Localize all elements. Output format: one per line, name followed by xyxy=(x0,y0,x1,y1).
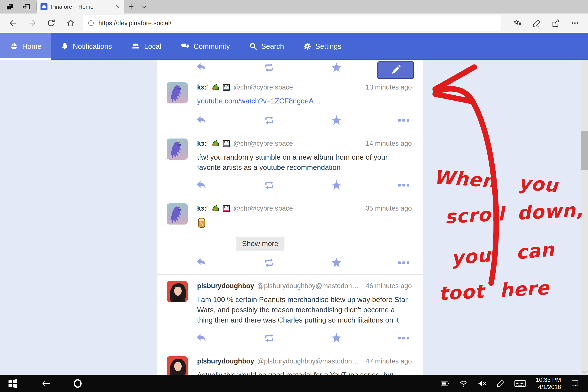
toot-more-button[interactable] xyxy=(398,180,410,190)
share-icon xyxy=(552,19,560,28)
dragon-avatar-art xyxy=(166,138,188,160)
avatar[interactable] xyxy=(166,138,188,160)
windows-logo-icon xyxy=(8,379,17,388)
action-center-button[interactable] xyxy=(571,380,579,388)
star-icon xyxy=(331,333,342,343)
boost-button[interactable] xyxy=(263,258,276,268)
toot-username[interactable]: plsburydoughboy xyxy=(197,357,254,366)
cortana-button[interactable] xyxy=(68,375,88,392)
avatar[interactable] xyxy=(166,204,188,224)
favorite-button[interactable] xyxy=(330,62,343,73)
toot-timestamp: 47 minutes ago xyxy=(362,357,412,366)
avatar[interactable] xyxy=(166,82,188,104)
set-tabs-aside-button[interactable] xyxy=(6,2,14,11)
boost-icon xyxy=(264,180,275,190)
toot-username[interactable]: kз:ʳ xyxy=(197,204,208,212)
volume-muted-button[interactable] xyxy=(478,380,486,387)
toot-timestamp: 14 minutes ago xyxy=(362,140,412,148)
tab-preview-button[interactable] xyxy=(22,2,30,11)
web-notes-button[interactable] xyxy=(527,15,546,31)
nav-item-settings[interactable]: Settings xyxy=(294,33,351,60)
dragon-avatar-art xyxy=(166,204,188,224)
pencil-icon xyxy=(391,65,401,75)
toot-username[interactable]: plsburydoughboy xyxy=(197,282,254,290)
floppy-disk-emoji xyxy=(222,84,230,92)
tab-close-button[interactable] xyxy=(114,4,121,10)
favorite-button[interactable] xyxy=(330,180,343,190)
toot-more-button[interactable] xyxy=(398,115,410,126)
reply-button[interactable] xyxy=(196,258,208,268)
share-button[interactable] xyxy=(546,15,565,31)
bell-icon xyxy=(60,42,69,50)
reply-button[interactable] xyxy=(196,115,208,126)
boost-button[interactable] xyxy=(263,62,276,73)
reply-button[interactable] xyxy=(196,333,208,343)
boost-icon xyxy=(264,333,275,343)
nav-item-community[interactable]: Community xyxy=(171,33,240,60)
nav-item-notifications[interactable]: Notifications xyxy=(51,33,122,60)
start-button[interactable] xyxy=(4,375,21,392)
reply-button[interactable] xyxy=(196,180,208,190)
toot-more-button[interactable] xyxy=(398,258,410,268)
show-more-button[interactable]: Show more xyxy=(236,237,284,250)
screen: Pinafore – Home + xyxy=(0,0,588,392)
touch-keyboard-button[interactable] xyxy=(514,380,526,387)
new-tab-button[interactable]: + xyxy=(124,0,138,14)
taskbar-back-button[interactable] xyxy=(36,375,56,392)
toot-actions xyxy=(196,333,410,343)
reply-button[interactable] xyxy=(196,62,208,73)
toot-link[interactable]: youtube.com/watch?v=1ZCF8ngqeA… xyxy=(197,97,321,105)
favorite-button[interactable] xyxy=(330,333,343,343)
search-icon xyxy=(249,42,258,50)
browser-tab-pinafore[interactable]: Pinafore – Home xyxy=(37,0,124,14)
scrollbar-thumb[interactable] xyxy=(581,131,588,170)
address-bar[interactable]: https://dev.pinafore.social/ xyxy=(83,16,501,31)
boost-button[interactable] xyxy=(263,180,276,190)
avatar[interactable] xyxy=(166,281,188,302)
scroll-down-arrow-icon[interactable] xyxy=(582,371,587,374)
wifi-icon xyxy=(460,380,468,387)
taskbar-date: 4/1/2018 xyxy=(536,384,561,391)
forward-button[interactable] xyxy=(23,15,42,31)
browser-tab-strip: Pinafore – Home + xyxy=(0,0,588,14)
gear-icon xyxy=(303,42,312,50)
toot: plsburydoughboy @plsburydoughboy@mastodo… xyxy=(158,350,423,375)
toot-timestamp: 35 minutes ago xyxy=(362,204,412,212)
wifi-status-button[interactable] xyxy=(460,380,468,387)
nav-label-local: Local xyxy=(144,42,161,50)
url-text: https://dev.pinafore.social/ xyxy=(98,20,172,27)
refresh-button[interactable] xyxy=(42,15,61,31)
nav-item-home[interactable]: Home xyxy=(0,33,51,60)
toot-username[interactable]: kз:ʳ xyxy=(197,140,208,148)
home-timeline: kз:ʳ @chr@cybre.space 13 minutes ago you… xyxy=(158,60,423,375)
favorites-star-icon xyxy=(513,19,522,28)
browser-scrollbar[interactable] xyxy=(581,60,588,375)
toot-handle: @plsburydoughboy@mastodon.s… xyxy=(257,282,360,290)
reply-icon xyxy=(196,258,207,268)
back-button[interactable] xyxy=(4,15,23,31)
pen-settings-button[interactable] xyxy=(496,380,504,388)
people-icon xyxy=(131,42,140,50)
boost-button[interactable] xyxy=(263,333,276,343)
nav-label-home: Home xyxy=(22,42,42,50)
speaker-mute-icon xyxy=(478,380,486,387)
favorites-hub-button[interactable] xyxy=(508,15,527,31)
boost-button[interactable] xyxy=(263,115,276,126)
favorite-button[interactable] xyxy=(330,258,343,268)
battery-icon xyxy=(441,381,450,386)
avatar[interactable] xyxy=(166,356,188,375)
taskbar-clock[interactable]: 10:35 PM 4/1/2018 xyxy=(536,376,561,391)
toot-more-button[interactable] xyxy=(398,333,410,343)
battery-status-button[interactable] xyxy=(441,381,450,386)
more-options-button[interactable] xyxy=(565,15,584,31)
home-button[interactable] xyxy=(61,15,80,31)
nav-item-local[interactable]: Local xyxy=(122,33,171,60)
favorite-button[interactable] xyxy=(330,115,343,126)
pen-notes-icon xyxy=(532,19,541,28)
toot-actions xyxy=(196,115,410,126)
nav-item-search[interactable]: Search xyxy=(240,33,294,60)
tab-list-dropdown-button[interactable] xyxy=(138,0,150,14)
toot-username[interactable]: kз:ʳ xyxy=(197,83,208,92)
more-dots-icon xyxy=(570,19,579,28)
compose-toot-button[interactable] xyxy=(378,62,414,79)
